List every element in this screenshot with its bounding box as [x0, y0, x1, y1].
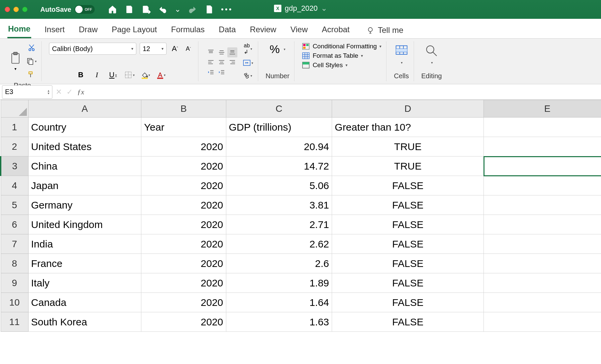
- cell-E1[interactable]: [484, 118, 601, 137]
- cell-C5[interactable]: 3.81: [226, 195, 332, 215]
- formula-input[interactable]: [84, 85, 601, 99]
- conditional-formatting-button[interactable]: Conditional Formatting ▾: [302, 43, 381, 50]
- underline-button[interactable]: U▾: [108, 70, 118, 80]
- tab-review[interactable]: Review: [249, 23, 277, 38]
- save-icon[interactable]: [124, 4, 134, 14]
- cell-B10[interactable]: 2020: [141, 293, 226, 312]
- undo-icon[interactable]: [158, 4, 168, 14]
- fullscreen-window-button[interactable]: [22, 7, 28, 12]
- font-size-selector[interactable]: 12 ▾: [140, 43, 167, 55]
- autosave-toggle[interactable]: OFF: [75, 5, 95, 14]
- row-header-5[interactable]: 5: [1, 195, 28, 215]
- cell-B2[interactable]: 2020: [141, 137, 226, 156]
- tab-data[interactable]: Data: [218, 23, 237, 38]
- increase-font-size-icon[interactable]: Aˆ: [170, 44, 180, 54]
- cell-A6[interactable]: United Kingdom: [28, 215, 141, 234]
- cell-C8[interactable]: 2.6: [226, 254, 332, 273]
- cell-E7[interactable]: [484, 234, 601, 254]
- tab-acrobat[interactable]: Acrobat: [321, 23, 351, 38]
- cut-icon[interactable]: [26, 43, 37, 53]
- cell-C1[interactable]: GDP (trillions): [226, 118, 332, 137]
- row-header-9[interactable]: 9: [1, 273, 28, 293]
- cell-C11[interactable]: 1.63: [226, 312, 332, 332]
- column-header-C[interactable]: C: [226, 100, 332, 118]
- number-format-dropdown-icon[interactable]: ▾: [284, 47, 285, 51]
- align-top-icon[interactable]: [206, 47, 216, 57]
- cell-B7[interactable]: 2020: [141, 234, 226, 254]
- cell-E6[interactable]: [484, 215, 601, 234]
- worksheet-grid[interactable]: A B C D E 1 Country Year GDP (trillions)…: [0, 100, 601, 364]
- cell-B11[interactable]: 2020: [141, 312, 226, 332]
- cell-B4[interactable]: 2020: [141, 176, 226, 195]
- bold-button[interactable]: B: [76, 70, 86, 80]
- cell-A9[interactable]: Italy: [28, 273, 141, 293]
- cell-D9[interactable]: FALSE: [332, 273, 484, 293]
- cell-A11[interactable]: South Korea: [28, 312, 141, 332]
- row-header-8[interactable]: 8: [1, 254, 28, 273]
- cell-D6[interactable]: FALSE: [332, 215, 484, 234]
- font-name-selector[interactable]: Calibri (Body) ▾: [49, 43, 136, 55]
- cell-B1[interactable]: Year: [141, 118, 226, 137]
- cell-E3[interactable]: [484, 156, 601, 176]
- cell-B8[interactable]: 2020: [141, 254, 226, 273]
- name-box-spinner[interactable]: ▴▾: [48, 89, 49, 95]
- tab-insert[interactable]: Insert: [44, 23, 65, 38]
- cell-D11[interactable]: FALSE: [332, 312, 484, 332]
- cell-A3[interactable]: China: [28, 156, 141, 176]
- cell-D2[interactable]: TRUE: [332, 137, 484, 156]
- increase-indent-icon[interactable]: [217, 67, 227, 78]
- minimize-window-button[interactable]: [13, 7, 19, 12]
- align-right-icon[interactable]: [227, 57, 237, 67]
- format-as-table-button[interactable]: Format as Table ▾: [302, 52, 381, 59]
- orientation-button[interactable]: ab▾: [243, 71, 253, 81]
- column-header-A[interactable]: A: [28, 100, 141, 118]
- cell-E5[interactable]: [484, 195, 601, 215]
- cell-E11[interactable]: [484, 312, 601, 332]
- save-as-icon[interactable]: [141, 4, 151, 14]
- column-header-D[interactable]: D: [332, 100, 484, 118]
- row-header-4[interactable]: 4: [1, 176, 28, 195]
- row-header-2[interactable]: 2: [1, 137, 28, 156]
- cell-C7[interactable]: 2.62: [226, 234, 332, 254]
- decrease-font-size-icon[interactable]: Aˇ: [183, 44, 193, 54]
- tab-draw[interactable]: Draw: [78, 23, 98, 38]
- cell-B6[interactable]: 2020: [141, 215, 226, 234]
- close-window-button[interactable]: [5, 7, 10, 12]
- editing-dropdown-icon[interactable]: ▾: [431, 61, 433, 64]
- fx-icon[interactable]: ƒx: [77, 88, 84, 96]
- borders-button[interactable]: ▾: [124, 70, 135, 80]
- cell-E4[interactable]: [484, 176, 601, 195]
- font-color-button[interactable]: A ▾: [157, 70, 167, 80]
- cell-C6[interactable]: 2.71: [226, 215, 332, 234]
- align-left-icon[interactable]: [206, 57, 216, 67]
- format-painter-icon[interactable]: [26, 70, 37, 80]
- cell-E2[interactable]: 1: [484, 137, 601, 156]
- cell-A8[interactable]: France: [28, 254, 141, 273]
- tab-formulas[interactable]: Formulas: [171, 23, 205, 38]
- cells-insert-button[interactable]: [394, 43, 409, 57]
- home-icon[interactable]: [107, 4, 118, 14]
- autosave-control[interactable]: AutoSave OFF: [40, 5, 95, 14]
- cell-A4[interactable]: Japan: [28, 176, 141, 195]
- name-box[interactable]: E3 ▴▾: [2, 85, 52, 99]
- cell-E10[interactable]: [484, 293, 601, 312]
- cell-D7[interactable]: FALSE: [332, 234, 484, 254]
- tab-view[interactable]: View: [290, 23, 309, 38]
- cells-dropdown-icon[interactable]: ▾: [401, 61, 403, 64]
- cell-D10[interactable]: FALSE: [332, 293, 484, 312]
- cell-B5[interactable]: 2020: [141, 195, 226, 215]
- formula-cancel-icon[interactable]: ✕: [56, 88, 62, 96]
- cell-E8[interactable]: [484, 254, 601, 273]
- tab-page-layout[interactable]: Page Layout: [111, 23, 158, 38]
- merge-cells-button[interactable]: ▾: [243, 58, 253, 68]
- more-commands-icon[interactable]: •••: [221, 6, 233, 13]
- new-file-icon[interactable]: [204, 4, 214, 14]
- row-header-7[interactable]: 7: [1, 234, 28, 254]
- cell-B3[interactable]: 2020: [141, 156, 226, 176]
- cell-styles-button[interactable]: Cell Styles ▾: [302, 61, 381, 69]
- editing-find-button[interactable]: [424, 43, 439, 57]
- redo-icon[interactable]: [187, 4, 197, 14]
- cell-A1[interactable]: Country: [28, 118, 141, 137]
- align-bottom-icon[interactable]: [227, 47, 237, 57]
- paste-button[interactable]: ▾: [8, 51, 23, 71]
